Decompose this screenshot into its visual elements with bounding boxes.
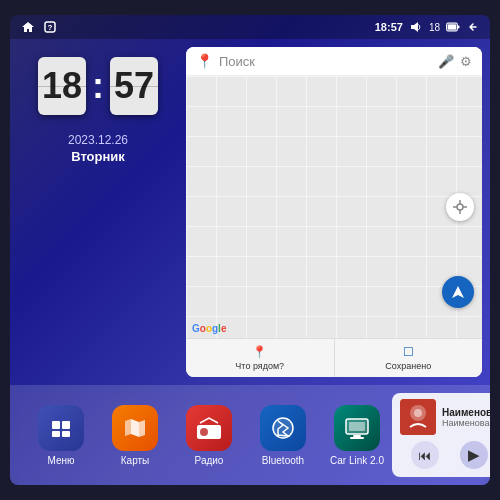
status-bar-left: ? (20, 21, 58, 33)
music-title: Наименование песни (442, 407, 490, 418)
bluetooth-icon-wrap (260, 405, 306, 451)
music-player: Наименование песни Наименование певца ⏮ … (392, 393, 490, 477)
map-nav-button[interactable] (442, 276, 474, 308)
app-item-bluetooth[interactable]: Bluetooth (248, 405, 318, 466)
date-info: 2023.12.26 Вторник (68, 133, 128, 164)
status-time: 18:57 (375, 21, 403, 33)
map-nearby-label: Что рядом? (235, 361, 284, 371)
left-panel: 18 : 57 2023.12.26 Вторник (18, 47, 178, 377)
app-item-radio[interactable]: Радио (174, 405, 244, 466)
app-item-carlink[interactable]: Car Link 2.0 (322, 405, 392, 466)
svg-rect-15 (200, 428, 208, 436)
map-location-button[interactable] (446, 193, 474, 221)
radio-label: Радио (195, 455, 224, 466)
radio-icon-wrap (186, 405, 232, 451)
map-panel: 📍 Поиск 🎤 ⚙ (186, 47, 482, 377)
app-item-menu[interactable]: Меню (26, 405, 96, 466)
svg-rect-20 (349, 422, 365, 431)
svg-rect-13 (62, 431, 70, 437)
app-grid: Меню Карты (26, 393, 392, 477)
play-button[interactable]: ▶ (460, 441, 488, 469)
map-pin-icon: 📍 (196, 53, 213, 69)
bottom-bar: Меню Карты (10, 385, 490, 485)
clock-hours: 18 (38, 57, 86, 115)
bluetooth-label: Bluetooth (262, 455, 304, 466)
device-frame: ? 18:57 18 18 : 57 2023.1 (10, 15, 490, 485)
date-text: 2023.12.26 (68, 133, 128, 147)
map-bottom-bar: 📍 Что рядом? ☐ Сохранено (186, 338, 482, 377)
day-text: Вторник (68, 149, 128, 164)
carlink-label: Car Link 2.0 (330, 455, 384, 466)
status-bar: ? 18:57 18 (10, 15, 490, 39)
svg-rect-22 (350, 437, 364, 439)
music-top: Наименование песни Наименование певца (400, 399, 490, 435)
map-mic-icon[interactable]: 🎤 (438, 54, 454, 69)
google-logo: Google (192, 323, 226, 334)
question-icon[interactable]: ? (42, 21, 58, 33)
map-search-input[interactable]: Поиск (219, 54, 432, 69)
volume-icon (409, 21, 423, 33)
battery-icon (446, 22, 460, 32)
svg-text:?: ? (48, 23, 53, 32)
svg-rect-17 (215, 428, 217, 436)
nearby-icon: 📍 (252, 345, 267, 359)
music-controls: ⏮ ▶ ⏭ (400, 439, 490, 471)
clock-colon: : (92, 68, 104, 104)
map-gear-icon[interactable]: ⚙ (460, 54, 472, 69)
map-area[interactable]: Google (186, 76, 482, 338)
map-nearby-button[interactable]: 📍 Что рядом? (186, 339, 335, 377)
svg-rect-10 (52, 421, 60, 429)
music-artist: Наименование певца (442, 418, 490, 428)
svg-rect-21 (353, 435, 361, 437)
music-cover (400, 399, 436, 435)
prev-button[interactable]: ⏮ (411, 441, 439, 469)
menu-label: Меню (47, 455, 74, 466)
maps-label: Карты (121, 455, 150, 466)
carlink-icon-wrap (334, 405, 380, 451)
main-content: 18 : 57 2023.12.26 Вторник 📍 Поиск 🎤 ⚙ (10, 39, 490, 385)
svg-rect-4 (458, 26, 460, 29)
svg-point-18 (273, 418, 293, 438)
home-icon[interactable] (20, 21, 36, 33)
music-info: Наименование песни Наименование певца (442, 407, 490, 428)
svg-rect-12 (52, 431, 60, 437)
svg-point-25 (414, 409, 422, 417)
map-saved-label: Сохранено (385, 361, 431, 371)
svg-rect-3 (448, 25, 456, 30)
svg-rect-11 (62, 421, 70, 429)
svg-rect-16 (211, 428, 213, 436)
app-item-maps[interactable]: Карты (100, 405, 170, 466)
back-icon[interactable] (466, 21, 480, 33)
saved-icon: ☐ (403, 345, 414, 359)
maps-icon-wrap (112, 405, 158, 451)
menu-icon (38, 405, 84, 451)
battery-level: 18 (429, 22, 440, 33)
map-search-bar[interactable]: 📍 Поиск 🎤 ⚙ (186, 47, 482, 76)
flip-clock: 18 : 57 (38, 57, 158, 115)
clock-minutes: 57 (110, 57, 158, 115)
svg-point-5 (457, 204, 463, 210)
map-saved-button[interactable]: ☐ Сохранено (335, 339, 483, 377)
